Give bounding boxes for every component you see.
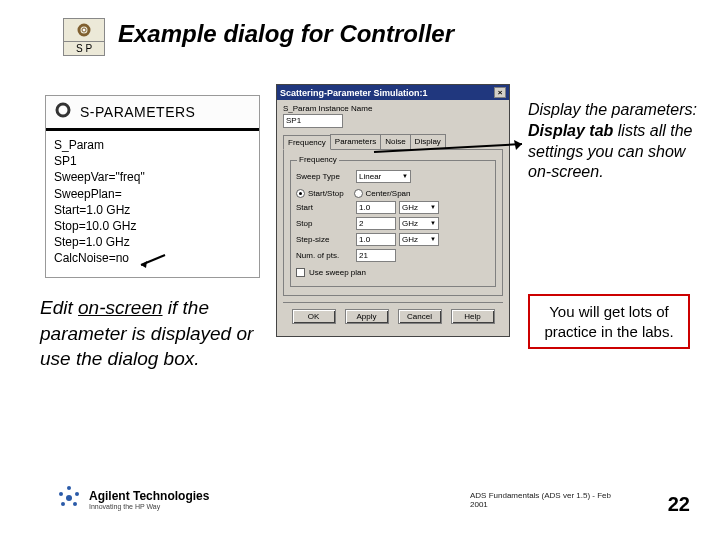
stop-label: Stop <box>296 219 356 228</box>
sweep-type-value: Linear <box>359 171 381 182</box>
stop-input[interactable]: 2 <box>356 217 396 230</box>
page-title: Example dialog for Controller <box>118 20 454 48</box>
sweep-type-label: Sweep Type <box>296 172 356 181</box>
use-sweep-plan-label: Use sweep plan <box>309 268 366 277</box>
chevron-down-icon: ▼ <box>402 171 408 182</box>
s-parameters-block: S-PARAMETERS S_ParamSP1SweepVar="freq"Sw… <box>45 95 260 278</box>
dialog-titlebar[interactable]: Scattering-Parameter Simulation:1 × <box>277 85 509 100</box>
practice-box: You will get lots of practice in the lab… <box>528 294 690 349</box>
frequency-group: Frequency Sweep Type Linear ▼ Start/Stop… <box>290 160 496 287</box>
arrow-down-icon <box>135 253 170 271</box>
s-parameters-line: Step=1.0 GHz <box>54 234 251 250</box>
apply-button[interactable]: Apply <box>345 309 389 324</box>
numpts-label: Num. of pts. <box>296 251 356 260</box>
radio-start-stop[interactable] <box>296 189 305 198</box>
start-unit-select[interactable]: GHz▼ <box>399 201 439 214</box>
left-callout-pre: Edit <box>40 297 78 318</box>
svg-point-6 <box>75 492 79 496</box>
instance-name-input[interactable]: SP1 <box>283 114 343 128</box>
stepsize-label: Step-size <box>296 235 356 244</box>
svg-point-5 <box>59 492 63 496</box>
dialog-title-text: Scattering-Parameter Simulation:1 <box>280 88 428 98</box>
sweep-type-select[interactable]: Linear ▼ <box>356 170 411 183</box>
right-callout: Display the parameters: Display tab list… <box>528 100 703 183</box>
stepsize-input[interactable]: 1.0 <box>356 233 396 246</box>
numpts-input[interactable]: 21 <box>356 249 396 262</box>
footer-note: ADS Fundamentals (ADS ver 1.5) - Feb 200… <box>470 491 630 510</box>
svg-point-9 <box>67 486 71 490</box>
page-number: 22 <box>668 493 690 516</box>
frequency-group-title: Frequency <box>297 155 339 164</box>
s-parameters-line: S_Param <box>54 137 251 153</box>
sp-icon-block: S P <box>63 18 105 56</box>
use-sweep-plan-checkbox[interactable] <box>296 268 305 277</box>
svg-point-7 <box>61 502 65 506</box>
radio-start-stop-label: Start/Stop <box>308 189 344 198</box>
ok-button[interactable]: OK <box>292 309 336 324</box>
left-callout: Edit on-screen if the parameter is displ… <box>40 295 255 372</box>
stepsize-unit-select[interactable]: GHz▼ <box>399 233 439 246</box>
sp-icon-label: S P <box>64 41 104 55</box>
svg-point-1 <box>82 28 86 32</box>
s-parameters-line: SweepPlan= <box>54 186 251 202</box>
arrow-right-icon <box>372 140 532 160</box>
svg-point-3 <box>61 108 65 112</box>
agilent-logo: Agilent Technologies Innovating the HP W… <box>55 484 209 516</box>
svg-point-8 <box>73 502 77 506</box>
s-parameters-line: SweepVar="freq" <box>54 169 251 185</box>
start-input[interactable]: 1.0 <box>356 201 396 214</box>
spark-icon <box>55 484 83 516</box>
stop-unit-select[interactable]: GHz▼ <box>399 217 439 230</box>
stepsize-unit-value: GHz <box>402 234 418 245</box>
controller-dialog: Scattering-Parameter Simulation:1 × S_Pa… <box>276 84 510 337</box>
left-callout-underlined: on-screen <box>78 297 163 318</box>
radio-center-span[interactable] <box>354 189 363 198</box>
help-button[interactable]: Help <box>451 309 495 324</box>
instance-name-label: S_Param Instance Name <box>283 104 503 113</box>
right-callout-line1: Display the parameters: <box>528 101 697 118</box>
dialog-button-row: OK Apply Cancel Help <box>283 302 503 330</box>
gear-icon <box>52 100 74 124</box>
tab-frequency[interactable]: Frequency <box>283 135 331 150</box>
s-parameters-header: S-PARAMETERS <box>46 96 259 131</box>
s-parameters-line: Stop=10.0 GHz <box>54 218 251 234</box>
agilent-tagline: Innovating the HP Way <box>89 503 209 511</box>
stop-unit-value: GHz <box>402 218 418 229</box>
chevron-down-icon: ▼ <box>430 234 436 245</box>
s-parameters-line: SP1 <box>54 153 251 169</box>
start-unit-value: GHz <box>402 202 418 213</box>
right-callout-bold: Display tab <box>528 122 613 139</box>
s-parameters-line: Start=1.0 GHz <box>54 202 251 218</box>
chevron-down-icon: ▼ <box>430 218 436 229</box>
start-label: Start <box>296 203 356 212</box>
close-icon[interactable]: × <box>494 87 506 98</box>
radio-center-span-label: Center/Span <box>366 189 411 198</box>
tab-page-frequency: Frequency Sweep Type Linear ▼ Start/Stop… <box>283 150 503 296</box>
chevron-down-icon: ▼ <box>430 202 436 213</box>
cancel-button[interactable]: Cancel <box>398 309 442 324</box>
agilent-name: Agilent Technologies <box>89 490 209 503</box>
s-parameters-header-text: S-PARAMETERS <box>80 104 195 120</box>
gear-icon <box>64 19 104 41</box>
svg-point-4 <box>66 495 72 501</box>
